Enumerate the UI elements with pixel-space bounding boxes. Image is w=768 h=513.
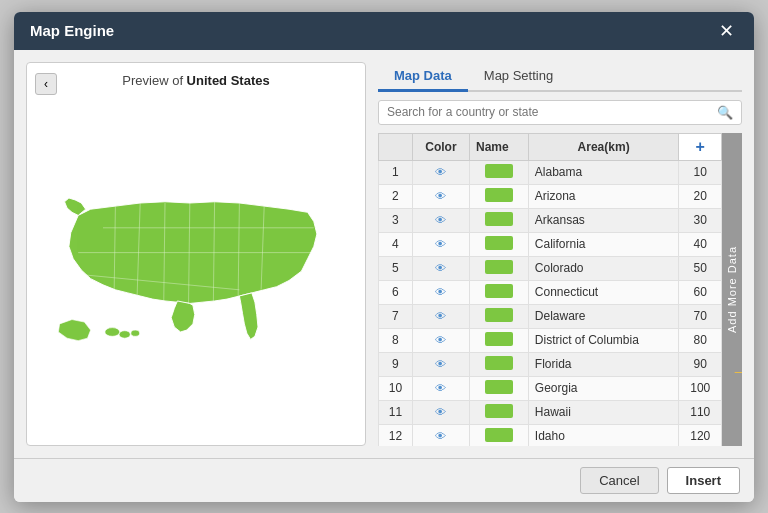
row-name: Arizona (528, 184, 679, 208)
tab-map-setting[interactable]: Map Setting (468, 62, 569, 92)
close-button[interactable]: ✕ (715, 22, 738, 40)
col-header-name: Name (470, 133, 529, 160)
row-area: 60 (679, 280, 722, 304)
cancel-button[interactable]: Cancel (580, 467, 658, 494)
eye-icon[interactable]: 👁 (435, 334, 446, 346)
eye-icon[interactable]: 👁 (435, 430, 446, 442)
color-swatch (485, 428, 513, 442)
table-scroll[interactable]: Color Name Area(km) + 1 👁 Alabama 10 2 👁 (378, 133, 722, 446)
add-more-side-panel[interactable]: Add More Data ← (722, 133, 742, 446)
eye-icon[interactable]: 👁 (435, 286, 446, 298)
row-color[interactable] (470, 160, 529, 184)
row-name: Hawaii (528, 400, 679, 424)
row-color[interactable] (470, 280, 529, 304)
eye-icon[interactable]: 👁 (435, 214, 446, 226)
table-wrapper: Color Name Area(km) + 1 👁 Alabama 10 2 👁 (378, 133, 742, 446)
table-row: 12 👁 Idaho 120 (379, 424, 722, 446)
row-area: 70 (679, 304, 722, 328)
row-color[interactable] (470, 208, 529, 232)
row-area: 40 (679, 232, 722, 256)
row-color[interactable] (470, 232, 529, 256)
row-visibility[interactable]: 👁 (412, 256, 469, 280)
table-row: 4 👁 California 40 (379, 232, 722, 256)
color-swatch (485, 212, 513, 226)
row-visibility[interactable]: 👁 (412, 328, 469, 352)
row-visibility[interactable]: 👁 (412, 232, 469, 256)
row-visibility[interactable]: 👁 (412, 184, 469, 208)
eye-icon[interactable]: 👁 (435, 262, 446, 274)
eye-icon[interactable]: 👁 (435, 406, 446, 418)
row-index: 4 (379, 232, 413, 256)
color-swatch (485, 308, 513, 322)
row-index: 3 (379, 208, 413, 232)
row-name: Connecticut (528, 280, 679, 304)
row-color[interactable] (470, 376, 529, 400)
table-row: 11 👁 Hawaii 110 (379, 400, 722, 424)
map-engine-dialog: Map Engine ✕ ‹ Preview of United States (14, 12, 754, 502)
row-visibility[interactable]: 👁 (412, 424, 469, 446)
row-color[interactable] (470, 424, 529, 446)
map-preview-panel: ‹ Preview of United States (26, 62, 366, 446)
table-row: 2 👁 Arizona 20 (379, 184, 722, 208)
row-name: Arkansas (528, 208, 679, 232)
data-panel: Map Data Map Setting 🔍 Color Name (378, 62, 742, 446)
table-row: 10 👁 Georgia 100 (379, 376, 722, 400)
eye-icon[interactable]: 👁 (435, 382, 446, 394)
row-name: Delaware (528, 304, 679, 328)
search-bar: 🔍 (378, 100, 742, 125)
row-index: 12 (379, 424, 413, 446)
row-visibility[interactable]: 👁 (412, 160, 469, 184)
svg-point-12 (131, 330, 140, 336)
row-visibility[interactable]: 👁 (412, 304, 469, 328)
add-more-label: Add More Data (726, 246, 738, 333)
search-input[interactable] (387, 105, 717, 119)
row-area: 50 (679, 256, 722, 280)
eye-icon[interactable]: 👁 (435, 358, 446, 370)
row-color[interactable] (470, 184, 529, 208)
row-visibility[interactable]: 👁 (412, 400, 469, 424)
preview-prefix: Preview of (122, 73, 186, 88)
svg-point-11 (119, 331, 130, 338)
row-visibility[interactable]: 👁 (412, 352, 469, 376)
row-color[interactable] (470, 352, 529, 376)
dialog-title: Map Engine (30, 22, 114, 39)
row-color[interactable] (470, 304, 529, 328)
row-area: 10 (679, 160, 722, 184)
table-row: 7 👁 Delaware 70 (379, 304, 722, 328)
eye-icon[interactable]: 👁 (435, 190, 446, 202)
row-name: Florida (528, 352, 679, 376)
insert-button[interactable]: Insert (667, 467, 740, 494)
color-swatch (485, 332, 513, 346)
svg-point-10 (105, 328, 120, 337)
row-visibility[interactable]: 👁 (412, 376, 469, 400)
table-row: 8 👁 District of Columbia 80 (379, 328, 722, 352)
search-icon: 🔍 (717, 105, 733, 120)
row-name: Georgia (528, 376, 679, 400)
color-swatch (485, 164, 513, 178)
map-preview-title: Preview of United States (122, 73, 269, 88)
row-index: 2 (379, 184, 413, 208)
dialog-footer: Cancel Insert (14, 458, 754, 502)
eye-icon[interactable]: 👁 (435, 238, 446, 250)
tab-map-data[interactable]: Map Data (378, 62, 468, 92)
row-visibility[interactable]: 👁 (412, 280, 469, 304)
eye-icon[interactable]: 👁 (435, 166, 446, 178)
row-index: 9 (379, 352, 413, 376)
eye-icon[interactable]: 👁 (435, 310, 446, 322)
col-header-area: Area(km) (528, 133, 679, 160)
add-column-button[interactable]: + (679, 133, 722, 160)
col-header-color: Color (412, 133, 469, 160)
row-name: District of Columbia (528, 328, 679, 352)
table-row: 3 👁 Arkansas 30 (379, 208, 722, 232)
col-header-index (379, 133, 413, 160)
map-back-button[interactable]: ‹ (35, 73, 57, 95)
row-area: 20 (679, 184, 722, 208)
color-swatch (485, 356, 513, 370)
row-index: 10 (379, 376, 413, 400)
row-area: 100 (679, 376, 722, 400)
row-color[interactable] (470, 400, 529, 424)
row-color[interactable] (470, 256, 529, 280)
row-color[interactable] (470, 328, 529, 352)
row-visibility[interactable]: 👁 (412, 208, 469, 232)
row-name: California (528, 232, 679, 256)
